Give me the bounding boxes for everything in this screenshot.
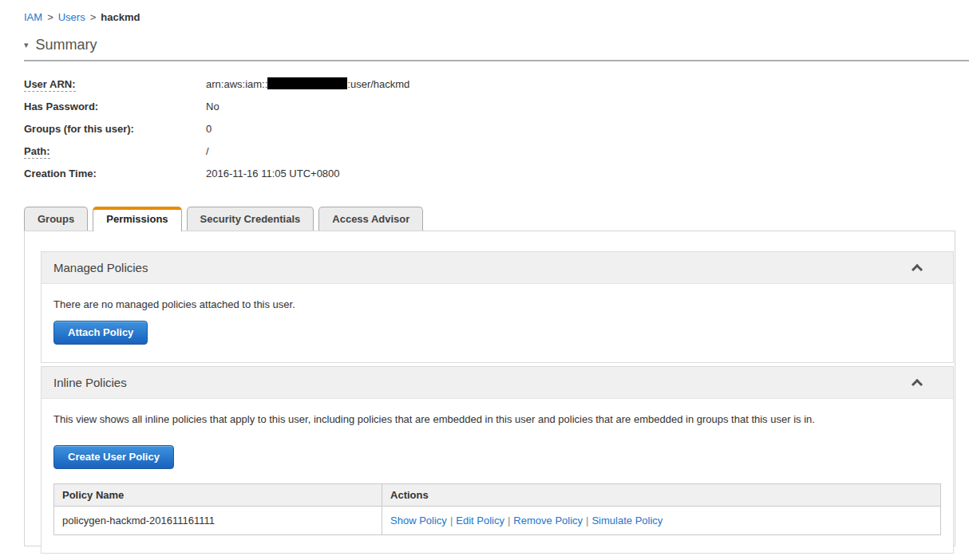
- groups-count-label: Groups (for this user):: [24, 123, 134, 135]
- attach-policy-button[interactable]: Attach Policy: [53, 321, 148, 345]
- field-row-user-arn: User ARN: arn:aws:iam:::user/hackmd: [24, 77, 969, 91]
- inline-policies-description: This view shows all inline policies that…: [53, 412, 941, 426]
- breadcrumb-separator: >: [90, 11, 97, 23]
- managed-policies-header: Managed Policies: [42, 252, 953, 284]
- show-policy-link[interactable]: Show Policy: [390, 515, 447, 526]
- table-header-row: Policy Name Actions: [54, 484, 941, 507]
- tab-groups[interactable]: Groups: [24, 207, 88, 231]
- summary-title: Summary: [36, 37, 97, 53]
- managed-policies-empty-message: There are no managed policies attached t…: [53, 298, 941, 311]
- summary-fields: User ARN: arn:aws:iam:::user/hackmd Has …: [24, 77, 969, 180]
- breadcrumb-current-user: hackmd: [101, 11, 140, 23]
- field-row-creation-time: Creation Time: 2016-11-16 11:05 UTC+0800: [24, 167, 969, 180]
- inline-policies-title: Inline Policies: [53, 376, 127, 389]
- tab-bar: Groups Permissions Security Credentials …: [24, 207, 969, 231]
- has-password-label: Has Password:: [24, 101, 98, 112]
- chevron-up-icon[interactable]: [912, 264, 923, 275]
- managed-policies-title: Managed Policies: [53, 261, 148, 274]
- has-password-value: No: [206, 100, 220, 113]
- edit-policy-link[interactable]: Edit Policy: [456, 515, 504, 526]
- field-row-groups-count: Groups (for this user): 0: [24, 122, 969, 136]
- action-separator: |: [450, 515, 453, 526]
- chevron-up-icon[interactable]: [912, 379, 923, 390]
- breadcrumb-separator: >: [47, 11, 53, 23]
- creation-time-label: Creation Time:: [24, 168, 97, 179]
- breadcrumb-link-iam[interactable]: IAM: [24, 11, 42, 23]
- create-user-policy-button[interactable]: Create User Policy: [53, 445, 174, 469]
- user-arn-label: User ARN:: [24, 78, 76, 92]
- arn-suffix: :user/hackmd: [347, 78, 409, 90]
- managed-policies-section: Managed Policies There are no managed po…: [41, 251, 954, 363]
- summary-divider: [24, 60, 969, 61]
- field-row-path: Path: /: [24, 144, 969, 158]
- inline-policies-table: Policy Name Actions policygen-hackmd-201…: [53, 483, 941, 535]
- redacted-account-id: [267, 77, 347, 89]
- actions-cell: Show Policy|Edit Policy|Remove Policy|Si…: [382, 507, 941, 535]
- inline-policies-header: Inline Policies: [42, 367, 953, 399]
- triangle-down-icon: ▾: [24, 40, 29, 49]
- groups-count-value: 0: [206, 122, 212, 136]
- actions-column-header: Actions: [382, 484, 941, 507]
- policy-name-cell: policygen-hackmd-201611161111: [54, 507, 382, 535]
- action-separator: |: [508, 515, 510, 526]
- breadcrumb-link-users[interactable]: Users: [58, 11, 85, 23]
- breadcrumb: IAM>Users>hackmd: [0, 0, 969, 23]
- inline-policies-section: Inline Policies This view shows all inli…: [41, 366, 954, 554]
- simulate-policy-link[interactable]: Simulate Policy: [591, 515, 662, 526]
- table-row: policygen-hackmd-201611161111 Show Polic…: [54, 507, 941, 535]
- creation-time-value: 2016-11-16 11:05 UTC+0800: [206, 167, 340, 180]
- tab-access-advisor[interactable]: Access Advisor: [318, 207, 423, 231]
- arn-prefix: arn:aws:iam::: [206, 78, 267, 90]
- summary-section-toggle[interactable]: ▾Summary: [24, 37, 969, 53]
- tab-security-credentials[interactable]: Security Credentials: [187, 207, 314, 231]
- tab-permissions[interactable]: Permissions: [93, 207, 181, 231]
- iam-user-detail-page: IAM>Users>hackmd ▾Summary User ARN: arn:…: [0, 0, 969, 546]
- inline-policies-body: This view shows all inline policies that…: [42, 399, 953, 553]
- action-separator: |: [586, 515, 588, 526]
- path-label: Path:: [24, 145, 50, 159]
- permissions-tab-panel: Managed Policies There are no managed po…: [24, 231, 955, 546]
- managed-policies-body: There are no managed policies attached t…: [42, 284, 953, 362]
- policy-name-column-header: Policy Name: [54, 484, 382, 507]
- field-row-has-password: Has Password: No: [24, 100, 969, 113]
- path-value: /: [206, 144, 209, 158]
- user-arn-value: arn:aws:iam:::user/hackmd: [206, 77, 409, 91]
- remove-policy-link[interactable]: Remove Policy: [513, 515, 583, 526]
